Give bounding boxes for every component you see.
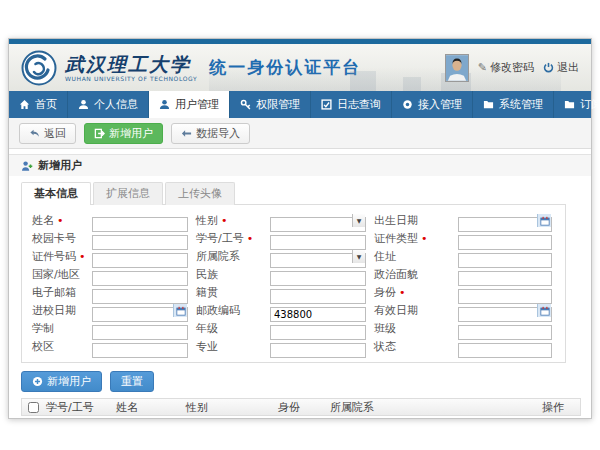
- country-input[interactable]: [92, 271, 188, 286]
- campus-input[interactable]: [92, 343, 188, 358]
- col-identity: 身份: [276, 400, 328, 415]
- class-field-label: 班级: [374, 321, 450, 336]
- pencil-icon: ✎: [478, 61, 487, 74]
- data-import-label: 数据导入: [196, 126, 240, 141]
- nav-label: 权限管理: [256, 97, 300, 112]
- tab-basic-info[interactable]: 基本信息: [21, 182, 91, 205]
- change-password-link[interactable]: ✎ 修改密码: [478, 60, 534, 75]
- tab-upload-avatar[interactable]: 上传头像: [165, 182, 235, 205]
- form-tabs: 基本信息 扩展信息 上传头像: [21, 176, 566, 205]
- col-student-id: 学号/工号: [44, 400, 114, 415]
- birthdate-field-label: 出生日期: [374, 213, 450, 228]
- folder-icon: [564, 99, 575, 110]
- tab-extended-info[interactable]: 扩展信息: [93, 182, 163, 205]
- education-length-input[interactable]: [92, 325, 188, 340]
- campus-card-input[interactable]: [92, 235, 188, 250]
- access-icon: [402, 99, 413, 110]
- nav-label: 用户管理: [175, 97, 219, 112]
- user-table-header: 学号/工号 姓名 性别 身份 所属院系 操作: [21, 398, 581, 416]
- political-status-field-label: 政治面貌: [374, 267, 450, 282]
- department-field-label: 所属院系: [196, 249, 262, 264]
- app-window: 武汉理工大学 WUHAN UNIVERSITY OF TECHNOLOGY 统一…: [8, 38, 592, 419]
- user-icon: [159, 99, 170, 110]
- change-password-label: 修改密码: [490, 60, 534, 75]
- nav-label: 系统管理: [499, 97, 543, 112]
- col-department: 所属院系: [328, 400, 540, 415]
- university-logo-icon: [21, 50, 57, 86]
- political-status-input[interactable]: [458, 271, 552, 286]
- country-field-label: 国家/地区: [32, 267, 84, 282]
- name-input[interactable]: [92, 217, 188, 232]
- dropdown-arrow-icon[interactable]: [352, 250, 365, 263]
- select-all-checkbox[interactable]: [28, 402, 39, 413]
- gender-field-label: 性别: [196, 213, 262, 228]
- class-input[interactable]: [458, 325, 552, 340]
- student-id-field-label: 学号/工号: [196, 231, 262, 246]
- id-number-input[interactable]: [92, 253, 188, 268]
- plus-circle-icon: [32, 376, 43, 387]
- postal-code-field-label: 邮政编码: [196, 303, 262, 318]
- nav-item-access-management[interactable]: 接入管理: [392, 91, 473, 118]
- nav-item-subscription-management[interactable]: 订阅管理: [554, 91, 600, 118]
- calendar-icon[interactable]: [537, 214, 551, 227]
- status-input[interactable]: [458, 343, 552, 358]
- nav-label: 接入管理: [418, 97, 462, 112]
- department-select[interactable]: [270, 249, 366, 264]
- grade-field-label: 年级: [196, 321, 262, 336]
- nav-label: 订阅管理: [580, 97, 600, 112]
- student-id-input[interactable]: [270, 235, 366, 250]
- nav-item-log-query[interactable]: 日志查询: [311, 91, 392, 118]
- back-button[interactable]: 返回: [19, 123, 76, 144]
- reset-label: 重置: [121, 374, 143, 389]
- add-user-toolbar-button[interactable]: 新增用户: [84, 123, 163, 144]
- main-nav: 首页 个人信息 用户管理 权限管理 日志查询 接入管理 系统管理 订阅管理: [9, 91, 591, 118]
- id-number-field-label: 证件号码: [32, 249, 84, 264]
- basic-info-form: 姓名 性别 出生日期 校园卡号 学号/工号 证件类型 证件号码 所属院系 住址 …: [21, 205, 566, 363]
- ethnicity-input[interactable]: [270, 271, 366, 286]
- power-icon: [543, 62, 554, 73]
- submit-label: 新增用户: [47, 374, 91, 389]
- nav-item-user-management[interactable]: 用户管理: [149, 91, 230, 118]
- panel-title: 新增用户: [38, 158, 82, 173]
- email-input[interactable]: [92, 289, 188, 304]
- address-input[interactable]: [458, 253, 552, 268]
- nav-item-personal-info[interactable]: 个人信息: [68, 91, 149, 118]
- user-avatar: [445, 54, 469, 82]
- identity-input[interactable]: [458, 289, 552, 304]
- calendar-icon[interactable]: [173, 304, 187, 317]
- gender-select[interactable]: [270, 213, 366, 228]
- form-actions: 新增用户 重置: [21, 371, 579, 392]
- id-type-field-label: 证件类型: [374, 231, 450, 246]
- email-field-label: 电子邮箱: [32, 285, 84, 300]
- education-length-field-label: 学制: [32, 321, 84, 336]
- major-input[interactable]: [270, 343, 366, 358]
- valid-date-field-label: 有效日期: [374, 303, 450, 318]
- nav-item-system-management[interactable]: 系统管理: [473, 91, 554, 118]
- dropdown-arrow-icon[interactable]: [352, 214, 365, 227]
- import-arrow-icon: [181, 128, 192, 139]
- enrollment-date-field-label: 进校日期: [32, 303, 84, 318]
- log-icon: [321, 99, 332, 110]
- panel-title-bar: 新增用户: [9, 154, 591, 176]
- native-place-field-label: 籍贯: [196, 285, 262, 300]
- add-user-submit-button[interactable]: 新增用户: [21, 371, 102, 392]
- calendar-icon[interactable]: [537, 304, 551, 317]
- col-gender: 性别: [184, 400, 276, 415]
- logout-link[interactable]: 退出: [543, 60, 579, 75]
- university-name-en: WUHAN UNIVERSITY OF TECHNOLOGY: [65, 75, 197, 82]
- folder-icon: [483, 99, 494, 110]
- user-plus-icon: [21, 160, 33, 172]
- data-import-button[interactable]: 数据导入: [171, 123, 250, 144]
- reset-button[interactable]: 重置: [110, 371, 154, 392]
- postal-code-input[interactable]: [270, 307, 366, 322]
- name-field-label: 姓名: [32, 213, 84, 228]
- nav-item-home[interactable]: 首页: [9, 91, 68, 118]
- grade-input[interactable]: [270, 325, 366, 340]
- identity-field-label: 身份: [374, 285, 450, 300]
- col-name: 姓名: [114, 400, 184, 415]
- user-icon: [78, 99, 89, 110]
- id-type-input[interactable]: [458, 235, 552, 250]
- nav-item-permission-management[interactable]: 权限管理: [230, 91, 311, 118]
- native-place-input[interactable]: [270, 289, 366, 304]
- address-field-label: 住址: [374, 249, 450, 264]
